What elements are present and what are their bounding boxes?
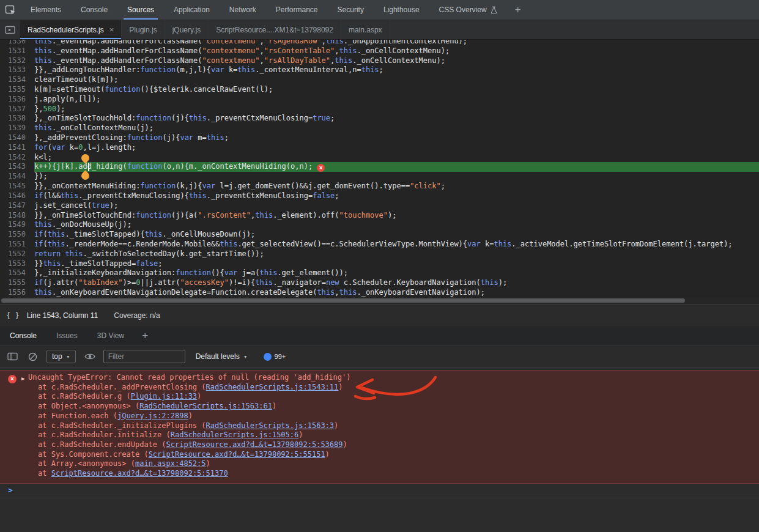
source-link[interactable]: RadSchedulerScripts.js:1563:61 [139,402,272,410]
console-error-group[interactable]: × ▶ Uncaught TypeError: Cannot read prop… [0,370,759,484]
line-number[interactable]: 1538 [0,114,34,124]
line-number[interactable]: 1552 [0,249,34,259]
log-levels-selector[interactable]: Default levels ▼ [196,352,248,361]
code-editor[interactable]: 1530this._eventMap.addHandlerForClassNam… [0,40,759,297]
code-text[interactable]: },_initializeKeyboardNavigation:function… [34,268,759,278]
code-text[interactable]: return this._switchToSelectedDay(k.get_s… [34,249,759,259]
file-tab-radschedulerscripts-js[interactable]: RadSchedulerScripts.js× [20,20,122,39]
code-text[interactable]: this._onKeyboardEventNavigationDelegate=… [34,288,759,297]
line-number[interactable]: 1541 [0,143,34,153]
navigator-toggle-button[interactable] [0,20,20,39]
file-tab-scriptresource-xm1-t-13798092[interactable]: ScriptResource....XM1&t=13798092 [209,20,341,39]
source-link[interactable]: Plugin.js:11:33 [131,392,197,401]
code-text[interactable]: },_onTimeSlotTouchHold:function(j){this.… [34,114,759,124]
stack-frame-text: ) [334,421,338,430]
scrollbar-thumb[interactable] [1,298,685,303]
line-number[interactable]: 1554 [0,268,34,278]
line-number[interactable]: 1549 [0,220,34,230]
line-number[interactable]: 1535 [0,85,34,95]
drawer-tab-issues[interactable]: Issues [46,326,87,345]
drawer-tab-3d-view[interactable]: 3D View [87,326,134,345]
file-tab-main-aspx[interactable]: main.aspx [341,20,390,39]
console-filter-input[interactable] [103,350,185,363]
line-number[interactable]: 1555 [0,278,34,288]
code-text[interactable]: k<l; [34,153,759,163]
line-number[interactable]: 1530 [0,40,34,46]
line-number[interactable]: 1546 [0,191,34,201]
line-number[interactable]: 1547 [0,201,34,211]
line-number[interactable]: 1542 [0,153,34,163]
code-text[interactable]: this._onDocMouseUp(j); [34,220,759,230]
line-number[interactable]: 1553 [0,259,34,269]
code-text[interactable]: }); [34,172,759,182]
drawer-more-tabs-button[interactable]: + [134,326,156,345]
code-text[interactable]: },500); [34,105,759,114]
line-number[interactable]: 1532 [0,56,34,66]
code-text[interactable]: }}this._timeSlotTapped=false; [34,259,759,269]
source-link[interactable]: main.aspx:4852:5 [135,459,206,468]
live-expression-button[interactable] [84,353,95,360]
line-number[interactable]: 1539 [0,124,34,133]
inspect-element-button[interactable] [0,0,21,20]
close-tab-icon[interactable]: × [109,26,114,34]
line-number[interactable]: 1556 [0,288,34,297]
line-number[interactable]: 1537 [0,105,34,114]
source-link[interactable]: ScriptResource.axd?d…&t=13798092:5:55151 [149,450,325,459]
line-number[interactable]: 1543 [0,162,34,172]
code-text[interactable]: this._onCellContextMenu(j); [34,124,759,133]
source-link[interactable]: RadSchedulerScripts.js:1563:3 [206,421,335,430]
tab-security[interactable]: Security [328,0,374,20]
code-text[interactable]: k++){j[k].add_hiding(function(o,n){m._on… [34,162,759,172]
code-text[interactable]: this._eventMap.addHandlerForClassName("c… [34,46,759,56]
code-text[interactable]: },_addPreventClosing:function(j){var m=t… [34,133,759,143]
code-text[interactable]: clearTimeout(k[m]); [34,75,759,85]
source-link[interactable]: RadSchedulerScripts.js:1505:6 [171,430,299,439]
console-context-selector[interactable]: top ▼ [46,350,76,363]
code-text[interactable]: j.apply(n,[l]); [34,95,759,105]
issues-counter[interactable]: 99+ [264,353,286,361]
console-sidebar-button[interactable] [7,352,18,361]
pretty-print-button[interactable]: { } [6,311,20,320]
line-number[interactable]: 1550 [0,230,34,240]
code-text[interactable]: for(var k=0,l=j.length; [34,143,759,153]
source-link[interactable]: jQuery.js:2:2898 [117,412,188,420]
line-number[interactable]: 1548 [0,211,34,221]
file-tab-jquery-js[interactable]: jQuery.js [165,20,209,39]
code-text[interactable]: if(this._renderMode==c.RenderMode.Mobile… [34,240,759,249]
line-number[interactable]: 1544 [0,172,34,182]
expand-caret-icon[interactable]: ▶ [21,374,24,384]
console-prompt[interactable]: > [0,484,759,498]
file-tab-plugin-js[interactable]: Plugin.js [122,20,165,39]
clear-console-button[interactable] [28,352,37,361]
drawer-tab-console[interactable]: Console [0,326,46,345]
line-number[interactable]: 1540 [0,133,34,143]
tab-elements[interactable]: Elements [21,0,71,20]
tab-sources[interactable]: Sources [117,0,164,20]
line-number[interactable]: 1545 [0,182,34,191]
code-text[interactable]: }},_onContextMenuHiding:function(k,j){va… [34,182,759,191]
tab-network[interactable]: Network [220,0,266,20]
code-text[interactable]: j.set_cancel(true); [34,201,759,211]
line-number[interactable]: 1531 [0,46,34,56]
source-link[interactable]: ScriptResource.axd?d…&t=13798092:5:53689 [166,440,343,449]
line-number[interactable]: 1536 [0,95,34,105]
line-number[interactable]: 1534 [0,75,34,85]
code-text[interactable]: k[m]=setTimeout(function(){$telerik.canc… [34,85,759,95]
tab-console[interactable]: Console [71,0,117,20]
code-text[interactable]: if(j.attr("tabIndex")>=0||j.attr("access… [34,278,759,288]
code-text[interactable]: this._eventMap.addHandlerForClassName("c… [34,40,759,46]
code-text[interactable]: this._eventMap.addHandlerForClassName("c… [34,56,759,66]
more-tools-button[interactable]: + [507,0,529,20]
code-text[interactable]: if(this._timeSlotTapped){this._onCellMou… [34,230,759,240]
tab-lighthouse[interactable]: Lighthouse [374,0,429,20]
tab-performance[interactable]: Performance [266,0,328,20]
tab-application[interactable]: Application [164,0,220,20]
code-text[interactable]: }},_addLongTouchHandler:function(m,j,l){… [34,65,759,75]
code-text[interactable]: }},_onTimeSlotTouchEnd:function(j){a(".r… [34,211,759,221]
source-link[interactable]: ScriptResource.axd?d…&t=13798092:5:51370 [51,469,228,478]
source-link[interactable]: RadSchedulerScripts.js:1543:11 [206,383,339,391]
line-number[interactable]: 1533 [0,65,34,75]
code-text[interactable]: if(l&&this._preventCtxMenuClosing){this.… [34,191,759,201]
line-number[interactable]: 1551 [0,240,34,249]
tab-css-overview[interactable]: CSS Overview [429,0,507,20]
